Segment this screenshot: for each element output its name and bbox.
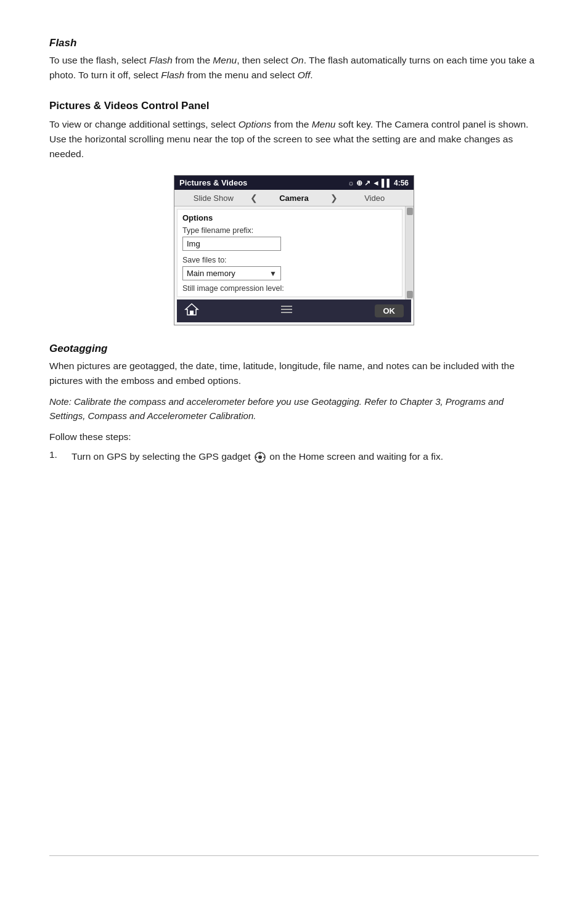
phone-status-icons: ☼ ⊕ ↗ ◄ ▌▌ 4:56	[348, 179, 409, 187]
flash-text-3: , then select	[237, 55, 291, 65]
svg-rect-1	[190, 311, 194, 315]
geotagging-heading: Geotagging	[49, 343, 539, 355]
gps-gadget-icon	[255, 450, 266, 465]
phone-filename-value: Img	[187, 239, 200, 248]
options-italic: Options	[239, 119, 271, 129]
menu-italic-2: Menu	[312, 119, 336, 129]
nav-video[interactable]: Video	[340, 194, 409, 203]
battery-icon: ▌▌	[382, 179, 392, 187]
pv-text-1: To view or change additional settings, s…	[49, 119, 239, 129]
geotagging-section: Geotagging When pictures are geotagged, …	[49, 343, 539, 464]
menu-italic-1: Menu	[213, 55, 237, 65]
phone-ok-button[interactable]: OK	[375, 304, 404, 317]
geotagging-note: Note: Calibrate the compass and accelero…	[49, 394, 539, 423]
phone-bottom-bar: OK	[177, 300, 411, 322]
volume-icon: ◄	[372, 179, 380, 187]
flash-text-2: from the	[173, 55, 213, 65]
off-italic-1: Off	[298, 70, 311, 80]
pictures-videos-heading: Pictures & Videos Control Panel	[49, 100, 539, 112]
step-1-text-after: on the Home screen and waiting for a fix…	[269, 451, 443, 462]
phone-home-icon[interactable]	[184, 303, 199, 319]
clock-display: 4:56	[394, 179, 409, 187]
flash-text-1: To use the flash, select	[49, 55, 149, 65]
footer-chapter	[531, 861, 539, 872]
nav-arrow-left[interactable]: ❮	[248, 193, 260, 203]
geotagging-body: When pictures are geotagged, the date, t…	[49, 359, 539, 388]
step-1: 1. Turn on GPS by selecting the GPS gadg…	[49, 449, 539, 465]
svg-rect-3	[281, 309, 292, 310]
svg-rect-2	[281, 306, 292, 307]
phone-save-select[interactable]: Main memory ▼	[182, 266, 281, 280]
pictures-videos-section: Pictures & Videos Control Panel To view …	[49, 100, 539, 325]
step-1-text: Turn on GPS by selecting the GPS gadget …	[71, 449, 443, 465]
nav-arrow-right[interactable]: ❯	[328, 193, 340, 203]
step-1-num: 1.	[49, 449, 64, 465]
phone-nav-bar: Slide Show ❮ Camera ❯ Video	[174, 190, 414, 206]
sync-icon: ↗	[364, 179, 370, 187]
follow-steps: Follow these steps:	[49, 430, 539, 444]
nav-camera[interactable]: Camera	[260, 194, 329, 203]
step-1-text-before: Turn on GPS by selecting the GPS gadget	[71, 451, 251, 462]
phone-save-value: Main memory	[187, 269, 235, 278]
flash-text-5: from the menu and select	[184, 70, 298, 80]
scrollbar-thumb-bottom	[407, 291, 413, 298]
phone-filename-input[interactable]: Img	[182, 237, 281, 251]
flash-text-6: .	[310, 70, 312, 80]
signal-icon: ☼	[348, 179, 354, 187]
on-italic-1: On	[291, 55, 304, 65]
dropdown-arrow-icon: ▼	[269, 269, 277, 278]
phone-title-left: Pictures & Videos	[179, 178, 247, 187]
flash-italic-1: Flash	[149, 55, 173, 65]
phone-scrollbar	[405, 206, 414, 300]
pv-text-2: from the	[271, 119, 311, 129]
pictures-videos-body: To view or change additional settings, s…	[49, 117, 539, 161]
scrollbar-thumb-top	[407, 208, 413, 215]
svg-rect-4	[281, 312, 292, 313]
phone-menu-icon[interactable]	[280, 305, 293, 317]
wifi-icon: ⊕	[356, 179, 362, 187]
page: Flash To use the flash, select Flash fro…	[0, 0, 588, 909]
phone-content-wrapper: Options Type filename prefix: Img Save f…	[174, 206, 414, 300]
phone-title-bar: Pictures & Videos ☼ ⊕ ↗ ◄ ▌▌ 4:56	[174, 176, 414, 190]
phone-options-panel: Options Type filename prefix: Img Save f…	[177, 209, 402, 297]
phone-ui-screenshot: Pictures & Videos ☼ ⊕ ↗ ◄ ▌▌ 4:56 Slide …	[174, 175, 414, 325]
phone-save-label: Save files to:	[182, 256, 397, 264]
flash-heading: Flash	[49, 37, 539, 49]
svg-point-6	[258, 455, 262, 459]
footer	[49, 855, 539, 872]
phone-still-label: Still image compression level:	[182, 284, 397, 293]
flash-body: To use the flash, select Flash from the …	[49, 53, 539, 83]
phone-options-label: Options	[182, 213, 397, 222]
phone-save-select-row: Main memory ▼	[182, 266, 397, 280]
phone-filename-label: Type filename prefix:	[182, 226, 397, 235]
flash-italic-2: Flash	[161, 70, 184, 80]
flash-section: Flash To use the flash, select Flash fro…	[49, 37, 539, 83]
nav-slideshow[interactable]: Slide Show	[179, 194, 248, 203]
